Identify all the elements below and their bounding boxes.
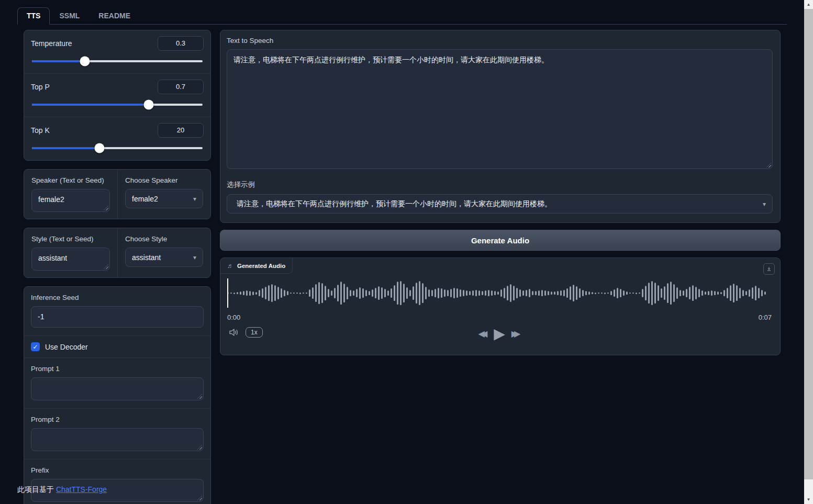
inference-seed-row: Inference Seed	[24, 287, 210, 336]
playhead[interactable]	[227, 278, 228, 308]
tab-bar: TTS SSML README	[17, 7, 787, 25]
waveform-bar	[585, 291, 587, 295]
play-button[interactable]: ▶	[494, 323, 505, 344]
waveform-bar	[692, 285, 694, 301]
waveform-bar	[265, 287, 266, 299]
tab-tts[interactable]: TTS	[17, 7, 50, 25]
waveform-bar	[579, 288, 581, 298]
waveform-bar	[755, 286, 756, 300]
waveform-bar	[466, 290, 467, 296]
use-decoder-label[interactable]: Use Decoder	[45, 343, 88, 351]
temperature-slider-handle[interactable]	[80, 57, 90, 66]
waveform-bar	[535, 291, 537, 295]
choose-style-label: Choose Style	[125, 235, 203, 243]
temperature-value-input[interactable]: 0.3	[158, 36, 204, 51]
waveform-bar	[475, 290, 477, 296]
examples-dropdown[interactable]: 请注意，电梯将在下午两点进行例行维护，预计需要一个小时的时间，请大家在此期间使用…	[227, 194, 773, 214]
scrollbar-thumb[interactable]	[804, 9, 813, 479]
prompt1-row: Prompt 1	[24, 358, 210, 409]
tab-readme[interactable]: README	[89, 7, 140, 24]
waveform-bar	[441, 288, 442, 298]
waveform-bar	[447, 290, 449, 296]
waveform-bar	[623, 290, 625, 296]
choose-style-dropdown[interactable]: assistant ▾	[125, 248, 203, 267]
waveform-bar	[629, 293, 631, 294]
waveform-bar	[246, 290, 248, 296]
waveform-bar	[576, 286, 577, 300]
main-column: Text to Speech 请注意，电梯将在下午两点进行例行维护，预计需要一个…	[220, 30, 781, 355]
waveform-bar	[409, 290, 411, 296]
style-input[interactable]: assistant	[31, 248, 110, 271]
waveform-bar	[720, 292, 722, 294]
waveform-bar	[664, 286, 665, 300]
scroll-up-button[interactable]: ▲	[804, 0, 813, 9]
waveform-bar	[369, 291, 370, 295]
vertical-scrollbar[interactable]: ▲ ▼	[804, 0, 813, 504]
current-time: 0:00	[227, 313, 240, 321]
top-k-slider-handle[interactable]	[94, 143, 104, 153]
waveform-bar	[739, 288, 741, 298]
waveform-bar	[290, 293, 292, 294]
skip-back-icon[interactable]: ◀◀	[478, 323, 488, 344]
inference-seed-input[interactable]	[31, 306, 204, 328]
prompt2-label: Prompt 2	[31, 416, 204, 423]
choose-speaker-dropdown[interactable]: female2 ▾	[125, 189, 203, 208]
prompt1-label: Prompt 1	[31, 365, 204, 373]
waveform-bar	[321, 283, 323, 303]
waveform-bar	[431, 290, 433, 296]
skip-forward-icon[interactable]: ▶▶	[511, 323, 521, 344]
waveform-bar	[541, 290, 543, 296]
waveform-bar	[582, 290, 584, 296]
top-p-slider[interactable]	[32, 104, 203, 106]
settings-column: Temperature 0.3 Top P 0.7 Top K 20	[24, 30, 211, 504]
waveform-bar	[686, 289, 687, 297]
waveform-bar	[362, 288, 364, 298]
waveform-bar	[271, 284, 273, 302]
waveform-bar	[372, 289, 373, 297]
speaker-input[interactable]: female2	[31, 189, 110, 212]
top-p-slider-handle[interactable]	[144, 100, 154, 110]
volume-icon[interactable]	[229, 328, 240, 337]
waveform-bar	[293, 293, 295, 294]
waveform-bar	[387, 290, 389, 296]
waveform-bar	[325, 286, 326, 300]
top-k-value-input[interactable]: 20	[158, 123, 204, 138]
waveform-bar	[306, 293, 307, 294]
chattts-forge-link[interactable]: ChatTTS-Forge	[56, 485, 107, 494]
scroll-down-button[interactable]: ▼	[804, 495, 813, 504]
waveform-bar	[658, 285, 659, 301]
playback-speed-button[interactable]: 1x	[246, 327, 263, 338]
tab-ssml[interactable]: SSML	[50, 7, 89, 24]
waveform-bar	[456, 288, 458, 298]
text-to-speech-input[interactable]: 请注意，电梯将在下午两点进行例行维护，预计需要一个小时的时间，请大家在此期间使用…	[227, 49, 773, 169]
top-p-value-input[interactable]: 0.7	[158, 80, 204, 94]
text-to-speech-panel: Text to Speech 请注意，电梯将在下午两点进行例行维护，预计需要一个…	[220, 30, 781, 223]
waveform-bar	[654, 283, 656, 304]
waveform-bar	[683, 290, 684, 296]
download-button[interactable]	[763, 263, 775, 275]
waveform[interactable]	[227, 278, 772, 308]
top-p-label: Top P	[31, 83, 50, 91]
waveform-bar	[491, 290, 493, 296]
prompt1-input[interactable]	[31, 377, 204, 400]
inference-seed-label: Inference Seed	[31, 294, 204, 301]
waveform-bar	[359, 287, 361, 299]
temperature-slider[interactable]	[32, 60, 203, 62]
waveform-bar	[676, 287, 678, 299]
waveform-bar	[478, 290, 480, 296]
waveform-bar	[287, 291, 288, 295]
footer-text: 此项目基于	[17, 485, 56, 494]
prompt2-input[interactable]	[31, 428, 204, 451]
top-k-row: Top K 20	[24, 117, 210, 160]
waveform-bar	[529, 289, 530, 297]
generate-audio-button[interactable]: Generate Audio	[220, 230, 781, 251]
waveform-bar	[328, 289, 329, 297]
waveform-bar	[645, 286, 647, 300]
waveform-bar	[614, 289, 615, 297]
waveform-bar	[604, 293, 606, 294]
use-decoder-checkbox[interactable]: ✓	[31, 342, 40, 351]
waveform-bar	[444, 289, 446, 297]
top-k-slider[interactable]	[32, 147, 203, 149]
time-row: 0:00 0:07	[227, 313, 772, 321]
examples-selected: 请注意，电梯将在下午两点进行例行维护，预计需要一个小时的时间，请大家在此期间使用…	[237, 199, 552, 209]
